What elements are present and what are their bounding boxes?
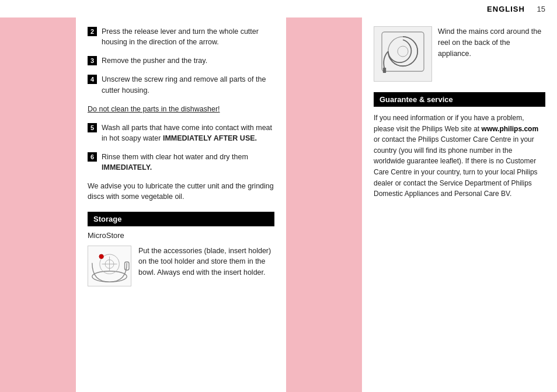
storage-header: Storage bbox=[88, 212, 274, 226]
step-2-number: 2 bbox=[88, 27, 97, 36]
page-number: 15 bbox=[537, 5, 545, 13]
page-header: ENGLISH 15 bbox=[0, 0, 557, 18]
wind-section: Wind the mains cord around the reel on t… bbox=[374, 26, 545, 82]
guarantee-text2: or contact the Philips Customer Care Cen… bbox=[374, 135, 538, 198]
step-5-text: Wash all parts that have come into conta… bbox=[102, 123, 274, 144]
wind-text: Wind the mains cord around the reel on t… bbox=[438, 26, 545, 59]
step-2-text: Press the release lever and turn the who… bbox=[102, 26, 274, 47]
step-6-number: 6 bbox=[88, 152, 97, 162]
svg-rect-10 bbox=[383, 67, 386, 72]
svg-point-4 bbox=[99, 254, 103, 258]
wind-image bbox=[374, 26, 432, 82]
left-sidebar bbox=[0, 18, 76, 392]
left-column: 2 Press the release lever and turn the w… bbox=[76, 18, 286, 392]
step-3-number: 3 bbox=[88, 56, 97, 65]
step-5-number: 5 bbox=[88, 123, 97, 132]
bowl-illustration bbox=[89, 247, 130, 285]
middle-divider bbox=[286, 18, 362, 392]
svg-point-9 bbox=[398, 46, 408, 57]
step-4-text: Unscrew the screw ring and remove all pa… bbox=[102, 74, 274, 95]
guarantee-header: Guarantee & service bbox=[374, 92, 545, 107]
storage-subheader: MicroStore bbox=[88, 231, 274, 240]
cord-illustration bbox=[377, 28, 429, 80]
step-6-text: Rinse them with clear hot water and dry … bbox=[102, 152, 274, 173]
step-6: 6 Rinse them with clear hot water and dr… bbox=[88, 152, 274, 173]
language-label: ENGLISH bbox=[487, 5, 525, 13]
storage-text: Put the accessories (blade, insert holde… bbox=[138, 246, 274, 278]
dishwasher-warning: Do not clean the parts in the dishwasher… bbox=[88, 104, 274, 114]
step-6-text-normal: Rinse them with clear hot water and dry … bbox=[102, 153, 248, 161]
step-3-text: Remove the pusher and the tray. bbox=[102, 55, 207, 66]
step-4-number: 4 bbox=[88, 75, 97, 84]
step-2: 2 Press the release lever and turn the w… bbox=[88, 26, 274, 47]
storage-image bbox=[88, 246, 131, 286]
step-5: 5 Wash all parts that have come into con… bbox=[88, 123, 274, 144]
right-column: Wind the mains cord around the reel on t… bbox=[362, 18, 557, 392]
advisory-text: We advise you to lubricate the cutter un… bbox=[88, 181, 274, 202]
storage-item: Put the accessories (blade, insert holde… bbox=[88, 246, 274, 286]
header-separator bbox=[531, 5, 534, 13]
guarantee-text: If you need information or if you have a… bbox=[374, 113, 545, 200]
step-3: 3 Remove the pusher and the tray. bbox=[88, 55, 274, 66]
philips-website: www.philips.com bbox=[482, 125, 539, 133]
step-4: 4 Unscrew the screw ring and remove all … bbox=[88, 74, 274, 95]
step-5-text-bold: IMMEDIATELY AFTER USE. bbox=[163, 134, 257, 142]
step-6-text-bold: IMMEDIATELY. bbox=[102, 163, 152, 172]
svg-point-0 bbox=[92, 271, 126, 282]
